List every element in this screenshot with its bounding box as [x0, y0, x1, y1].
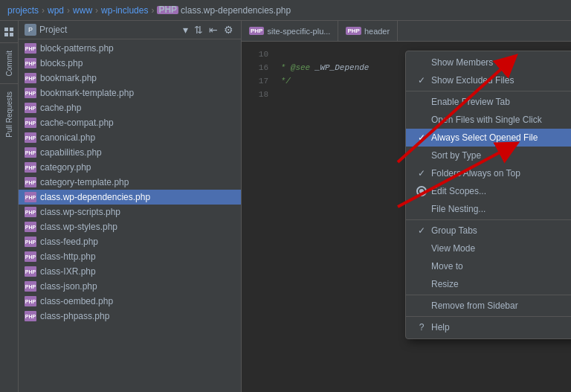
menu-item-move-to[interactable]: Move to▶	[406, 257, 571, 275]
file-item[interactable]: PHPcapabilities.php	[19, 145, 241, 160]
menu-label: Always Select Opened File	[431, 132, 571, 143]
php-file-icon: PHP	[25, 132, 36, 143]
file-item[interactable]: PHPclass.wp-dependencies.php	[19, 190, 241, 205]
menu-label: Resize	[431, 279, 571, 289]
tab-site-specific[interactable]: PHP site-specific-plu...	[242, 21, 338, 41]
file-item[interactable]: PHPcanonical.php	[19, 130, 241, 145]
php-file-icon: PHP	[25, 296, 36, 306]
file-name: block-patterns.php	[40, 43, 114, 54]
file-name: bookmark.php	[40, 73, 97, 83]
menu-item-show-members[interactable]: Show Members	[406, 54, 571, 71]
sidebar-pr-section: Pull Requests	[0, 83, 18, 142]
menu-item-group-tabs[interactable]: ✓Group Tabs	[406, 222, 571, 240]
file-item[interactable]: PHPclass-phpass.php	[19, 309, 241, 324]
menu-label: Remove from Sidebar	[431, 301, 571, 311]
sep3: ›	[95, 5, 98, 16]
menu-item-view-mode[interactable]: View Mode▶	[406, 240, 571, 257]
menu-label: Show Members	[431, 57, 571, 68]
menu-item-open-single-click[interactable]: Open Files with Single Click	[406, 111, 571, 129]
php-file-icon: PHP	[25, 43, 36, 54]
radio-icon	[416, 186, 427, 196]
collapse-button[interactable]: ⇤	[207, 24, 219, 36]
menu-item-file-nesting[interactable]: File Nesting...	[406, 200, 571, 218]
file-item[interactable]: PHPclass-http.php	[19, 249, 241, 264]
check-icon: ?	[416, 322, 427, 332]
php-file-icon: PHP	[25, 88, 36, 98]
menu-label: File Nesting...	[431, 204, 571, 214]
sidebar-commit-label[interactable]: Commit	[5, 46, 13, 80]
sep4: ›	[151, 5, 154, 16]
settings-button[interactable]: ⚙	[222, 24, 235, 36]
file-item[interactable]: PHPcache.php	[19, 100, 241, 115]
php-file-icon: PHP	[25, 73, 36, 83]
file-name: cache-compat.php	[40, 118, 114, 128]
menu-label: Folders Always on Top	[431, 168, 571, 179]
php-file-icon: PHP	[25, 162, 36, 173]
php-file-icon: PHP	[25, 311, 36, 321]
breadcrumb: projects › wpd › www › wp-includes › PHP…	[0, 0, 571, 21]
sort-button[interactable]: ⇅	[193, 24, 204, 36]
menu-item-resize[interactable]: Resize▶	[406, 275, 571, 293]
file-name: class-IXR.php	[40, 266, 96, 277]
file-list: PHPblock-patterns.phpPHPblocks.phpPHPboo…	[19, 39, 241, 392]
php-icon: PHP	[157, 6, 178, 14]
context-menu: Show Members✓Show Excluded FilesEnable P…	[405, 51, 571, 339]
sep1: ›	[42, 5, 45, 16]
menu-item-always-select[interactable]: ✓Always Select Opened File	[406, 129, 571, 147]
menu-item-edit-scopes[interactable]: Edit Scopes...	[406, 182, 571, 200]
file-item[interactable]: PHPblocks.php	[19, 56, 241, 71]
menu-item-show-excluded[interactable]: ✓Show Excluded Files	[406, 71, 571, 89]
file-name: class-json.php	[40, 281, 97, 292]
crumb-wp-includes[interactable]: wp-includes	[101, 5, 148, 16]
project-panel: P Project ▾ ⇅ ⇤ ⚙ PHPblock-patterns.phpP…	[19, 21, 242, 392]
php-file-icon: PHP	[25, 58, 36, 68]
menu-label: Help	[431, 322, 571, 332]
crumb-www[interactable]: www	[73, 5, 92, 16]
menu-item-sort-by-type[interactable]: Sort by Type	[406, 147, 571, 164]
file-item[interactable]: PHPcache-compat.php	[19, 115, 241, 130]
menu-item-help[interactable]: ?Help	[406, 318, 571, 336]
crumb-wpd[interactable]: wpd	[48, 5, 64, 16]
php-file-icon: PHP	[25, 118, 36, 128]
php-file-icon: PHP	[25, 207, 36, 217]
tab-label-2: header	[364, 27, 390, 36]
php-file-icon: PHP	[25, 222, 36, 232]
svg-rect-2	[4, 33, 8, 36]
menu-label: Move to	[431, 261, 571, 271]
file-name: capabilities.php	[40, 147, 102, 158]
file-name: category-template.php	[40, 177, 129, 187]
check-icon: ✓	[416, 132, 427, 143]
menu-item-enable-preview[interactable]: Enable Preview Tab	[406, 93, 571, 111]
file-item[interactable]: PHPcategory.php	[19, 160, 241, 175]
project-icon: P	[25, 24, 36, 36]
menu-label: Show Excluded Files	[431, 75, 571, 86]
tab-header[interactable]: PHP header	[338, 21, 398, 41]
file-item[interactable]: PHPclass-feed.php	[19, 234, 241, 249]
crumb-projects[interactable]: projects	[7, 5, 39, 16]
file-item[interactable]: PHPclass.wp-scripts.php	[19, 205, 241, 219]
sidebar-icon-project[interactable]	[1, 25, 16, 39]
file-item[interactable]: PHPclass-json.php	[19, 279, 241, 294]
file-name: class-oembed.php	[40, 296, 113, 306]
file-name: class.wp-scripts.php	[40, 207, 120, 217]
file-item[interactable]: PHPcategory-template.php	[19, 175, 241, 190]
crumb-filename: class.wp-dependencies.php	[181, 5, 291, 16]
sidebar-commit-section: Commit	[0, 42, 18, 80]
menu-item-folders-on-top[interactable]: ✓Folders Always on Top	[406, 164, 571, 182]
file-name: class-feed.php	[40, 237, 98, 247]
php-file-icon: PHP	[25, 177, 36, 187]
file-item[interactable]: PHPbookmark-template.php	[19, 86, 241, 100]
crumb-file: PHP class.wp-dependencies.php	[157, 5, 291, 16]
menu-label: Enable Preview Tab	[431, 97, 571, 107]
php-file-icon: PHP	[25, 147, 36, 158]
sidebar-pr-label[interactable]: Pull Requests	[5, 87, 13, 142]
menu-label: View Mode	[431, 243, 571, 254]
file-item[interactable]: PHPblock-patterns.php	[19, 41, 241, 56]
menu-item-remove-sidebar[interactable]: Remove from Sidebar	[406, 297, 571, 315]
file-item[interactable]: PHPclass.wp-styles.php	[19, 219, 241, 234]
file-item[interactable]: PHPclass-IXR.php	[19, 264, 241, 279]
file-item[interactable]: PHPclass-oembed.php	[19, 294, 241, 309]
dropdown-arrow[interactable]: ▾	[181, 24, 190, 36]
file-item[interactable]: PHPbookmark.php	[19, 71, 241, 86]
check-icon: ✓	[416, 75, 427, 86]
